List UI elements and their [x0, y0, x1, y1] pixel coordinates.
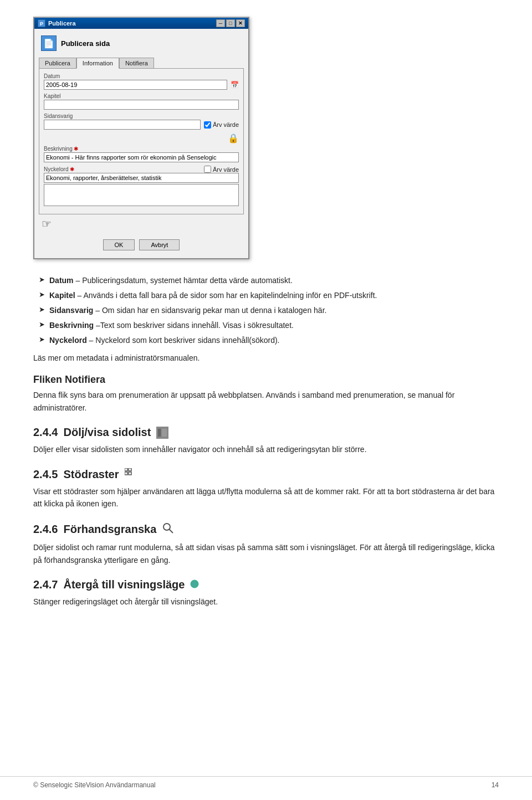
hide-sidebar-icon	[156, 427, 168, 439]
datum-group: Datum 📅	[44, 73, 239, 90]
win-body: 📄 Publicera sida Publicera Information N…	[34, 29, 248, 258]
win-tabs: Publicera Information Notifiera	[39, 58, 244, 69]
nyckelord-area[interactable]	[44, 184, 239, 206]
win-dialog: P Publicera ─ □ ✕ 📄 Publicera sida	[33, 17, 249, 259]
arrow-icon-1: ➤	[39, 290, 45, 299]
datum-input[interactable]	[44, 80, 227, 90]
win-controls: ─ □ ✕	[216, 19, 245, 27]
section-246-heading: 2.4.6 Förhandsgranska	[33, 522, 499, 537]
nyckelord-label: Nyckelord ✱	[44, 166, 201, 172]
beskrivning-group: Beskrivning ✱	[44, 146, 239, 162]
arrow-icon-2: ➤	[39, 305, 45, 314]
nyckelord-input[interactable]	[44, 173, 239, 183]
svg-point-8	[191, 580, 198, 588]
tab-information[interactable]: Information	[76, 58, 119, 69]
close-button[interactable]: ✕	[236, 19, 245, 27]
bullet-text-4: Nyckelord – Nyckelord som kort beskriver…	[49, 335, 280, 346]
app-icon: P	[38, 19, 45, 27]
section-245-heading: 2.4.5 Stödraster	[33, 468, 499, 481]
section-245: 2.4.5 Stödraster Visar ett stödraster so…	[33, 468, 499, 510]
svg-rect-4	[125, 472, 127, 475]
svg-point-6	[163, 524, 170, 530]
nyckelord-arv-label: Ärv värde	[213, 166, 239, 173]
bullet-datum: ➤ Datum – Publiceringsdatum, systemet hä…	[33, 275, 499, 286]
magnify-icon	[162, 522, 174, 537]
arv-varde-row: Ärv värde	[204, 121, 239, 129]
kapitel-label: Kapitel	[44, 93, 239, 99]
beskrivning-label: Beskrivning ✱	[44, 146, 239, 152]
ok-button[interactable]: OK	[103, 239, 135, 250]
tab-content: Datum 📅 Kapitel Sidansvarig	[39, 68, 244, 214]
bullet-nyckelord: ➤ Nyckelord – Nyckelord som kort beskriv…	[33, 335, 499, 346]
arv-varde-label: Ärv värde	[213, 121, 239, 128]
calendar-icon[interactable]: 📅	[231, 81, 239, 89]
grid-icon	[125, 468, 135, 481]
tab-notifiera[interactable]: Notifiera	[119, 58, 154, 69]
notifiera-section: Fliken Notifiera Denna flik syns bara om…	[33, 374, 499, 414]
bullet-text-0: Datum – Publiceringsdatum, systemet hämt…	[49, 275, 293, 286]
section-246-title: Förhandsgranska	[63, 523, 156, 536]
bullet-list: ➤ Datum – Publiceringsdatum, systemet hä…	[33, 275, 499, 346]
section-247-title: Återgå till visningsläge	[63, 578, 185, 591]
sidansvarig-input[interactable]	[44, 120, 201, 130]
notifiera-text: Denna flik syns bara om prenumeration är…	[33, 389, 499, 414]
section-246-num: 2.4.6	[33, 523, 58, 536]
section-247-num: 2.4.7	[33, 578, 58, 591]
notifiera-heading: Fliken Notifiera	[33, 374, 499, 386]
section-247-text: Stänger redigeringsläget och återgår til…	[33, 596, 499, 608]
section-247-heading: 2.4.7 Återgå till visningsläge	[33, 578, 499, 591]
section-244: 2.4.4 Dölj/visa sidolist Döljer eller vi…	[33, 426, 499, 455]
section-244-num: 2.4.4	[33, 426, 58, 439]
arrow-icon-4: ➤	[39, 335, 45, 343]
bullet-text-3: Beskrivning –Text som beskriver sidans i…	[49, 320, 294, 331]
datum-label: Datum	[44, 73, 239, 79]
avbryt-button[interactable]: Avbryt	[139, 239, 180, 250]
datum-row: 📅	[44, 80, 239, 90]
bullet-text-2: Sidansvarig – Om sidan har en sidansvari…	[49, 305, 326, 316]
page-footer: © Senselogic SiteVision Användarmanual 1…	[0, 776, 532, 789]
beskrivning-input[interactable]	[44, 152, 239, 162]
section-244-title: Dölj/visa sidolist	[63, 426, 151, 439]
dialog-header-text: Publicera sida	[61, 39, 110, 48]
bullet-beskrivning: ➤ Beskrivning –Text som beskriver sidans…	[33, 320, 499, 331]
svg-rect-2	[125, 468, 127, 471]
dialog-header: 📄 Publicera sida	[39, 33, 244, 53]
dialog-screenshot: P Publicera ─ □ ✕ 📄 Publicera sida	[33, 17, 499, 259]
arrow-icon-3: ➤	[39, 320, 45, 329]
sidansvarig-label: Sidansvarig	[44, 113, 239, 119]
return-icon	[190, 578, 199, 591]
tab-publicera[interactable]: Publicera	[39, 58, 76, 69]
dialog-buttons: OK Avbryt	[39, 236, 244, 254]
kapitel-input[interactable]	[44, 100, 239, 110]
footer-left: © Senselogic SiteVision Användarmanual	[33, 781, 156, 789]
svg-rect-0	[158, 429, 161, 437]
section-246: 2.4.6 Förhandsgranska Döljer sidolist oc…	[33, 522, 499, 566]
arrow-icon-0: ➤	[39, 275, 45, 284]
nyckelord-group: Nyckelord ✱ Ärv värde	[44, 166, 239, 206]
beskrivning-required: ✱	[74, 146, 78, 152]
section-244-heading: 2.4.4 Dölj/visa sidolist	[33, 426, 499, 439]
section-245-num: 2.4.5	[33, 468, 58, 481]
bullet-sidansvarig: ➤ Sidansvarig – Om sidan har en sidansva…	[33, 305, 499, 316]
svg-rect-1	[162, 429, 167, 437]
svg-rect-3	[129, 468, 131, 471]
bullet-kapitel: ➤ Kapitel – Används i detta fall bara på…	[33, 290, 499, 301]
minimize-button[interactable]: ─	[216, 19, 225, 27]
sidansvarig-row: Ärv värde	[44, 120, 239, 130]
nyckelord-arv-row: Ärv värde	[204, 166, 239, 173]
maximize-button[interactable]: □	[226, 19, 235, 27]
svg-rect-5	[129, 472, 131, 475]
las-mer: Läs mer om metadata i administratörsmanu…	[33, 352, 499, 364]
nyckelord-arv-checkbox[interactable]	[204, 166, 211, 173]
section-246-text: Döljer sidolist och ramar runt modulerna…	[33, 541, 499, 566]
publish-icon: 📄	[41, 35, 57, 51]
win-titlebar-left: P Publicera	[38, 19, 76, 27]
win-titlebar: P Publicera ─ □ ✕	[34, 18, 248, 29]
nyckelord-required: ✱	[70, 166, 74, 172]
sidansvarig-group: Sidansvarig Ärv värde	[44, 113, 239, 130]
bullet-text-1: Kapitel – Används i detta fall bara på d…	[49, 290, 377, 301]
section-245-title: Stödraster	[63, 468, 119, 481]
arv-varde-checkbox[interactable]	[204, 121, 211, 129]
svg-line-7	[170, 530, 173, 534]
nyckelord-label-row: Nyckelord ✱ Ärv värde	[44, 166, 239, 173]
